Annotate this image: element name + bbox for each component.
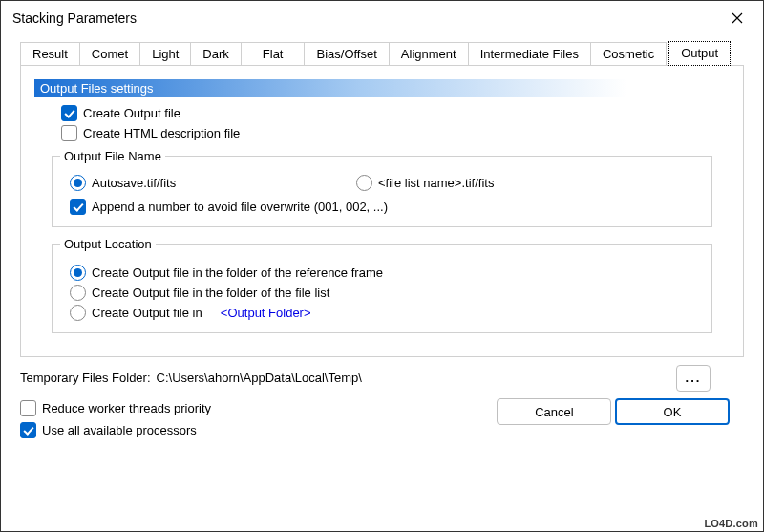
tab-dark[interactable]: Dark [190, 42, 241, 65]
watermark: LO4D.com [704, 518, 758, 529]
location-ref-label: Create Output file in the folder of the … [92, 266, 383, 280]
use-all-procs-checkbox[interactable] [20, 422, 36, 438]
create-html-checkbox[interactable] [61, 125, 77, 141]
output-folder-link[interactable]: <Output Folder> [221, 306, 311, 320]
autosave-label: Autosave.tif/fits [92, 176, 176, 190]
output-filename-group: Output File Name Autosave.tif/fits <file… [52, 149, 712, 227]
append-number-checkbox[interactable] [70, 199, 86, 215]
tab-intermediate-files[interactable]: Intermediate Files [468, 42, 591, 65]
close-icon [732, 12, 743, 24]
create-output-checkbox[interactable] [61, 105, 77, 121]
reduce-priority-label: Reduce worker threads priority [42, 401, 211, 415]
tab-bar: Result Comet Light Dark Flat Bias/Offset… [20, 41, 744, 66]
create-html-label: Create HTML description file [83, 126, 240, 140]
output-location-legend: Output Location [60, 237, 156, 251]
autosave-radio[interactable] [70, 175, 86, 191]
temp-folder-path: C:\Users\ahorn\AppData\Local\Temp\ [157, 371, 362, 385]
output-location-group: Output Location Create Output file in th… [52, 237, 712, 333]
section-header: Output Files settings [34, 79, 626, 97]
create-output-label: Create Output file [83, 106, 180, 120]
tab-panel-output: Output Files settings Create Output file… [20, 66, 744, 357]
cancel-button[interactable]: Cancel [497, 398, 611, 425]
use-all-procs-label: Use all available processors [42, 423, 197, 437]
location-custom-radio[interactable] [70, 305, 86, 321]
location-custom-label: Create Output file in [92, 306, 202, 320]
tab-alignment[interactable]: Alignment [389, 42, 469, 65]
reduce-priority-checkbox[interactable] [20, 400, 36, 416]
browse-temp-button[interactable]: ... [676, 365, 711, 392]
tab-light[interactable]: Light [139, 42, 191, 65]
append-number-label: Append a number to avoid file overwrite … [92, 200, 388, 214]
tab-result[interactable]: Result [20, 42, 80, 65]
output-filename-legend: Output File Name [60, 149, 165, 163]
location-list-label: Create Output file in the folder of the … [92, 286, 329, 300]
close-button[interactable] [717, 9, 757, 28]
tab-comet[interactable]: Comet [79, 42, 140, 65]
listname-label: <file list name>.tif/fits [378, 176, 494, 190]
temp-folder-label: Temporary Files Folder: [20, 371, 151, 385]
tab-output[interactable]: Output [668, 41, 731, 66]
tab-flat[interactable]: Flat [241, 42, 306, 65]
tab-cosmetic[interactable]: Cosmetic [590, 42, 667, 65]
window-title: Stacking Parameters [12, 11, 137, 26]
tab-bias-offset[interactable]: Bias/Offset [304, 42, 389, 65]
location-list-radio[interactable] [70, 285, 86, 301]
listname-radio[interactable] [356, 175, 372, 191]
location-ref-radio[interactable] [70, 265, 86, 281]
ok-button[interactable]: OK [615, 398, 730, 425]
